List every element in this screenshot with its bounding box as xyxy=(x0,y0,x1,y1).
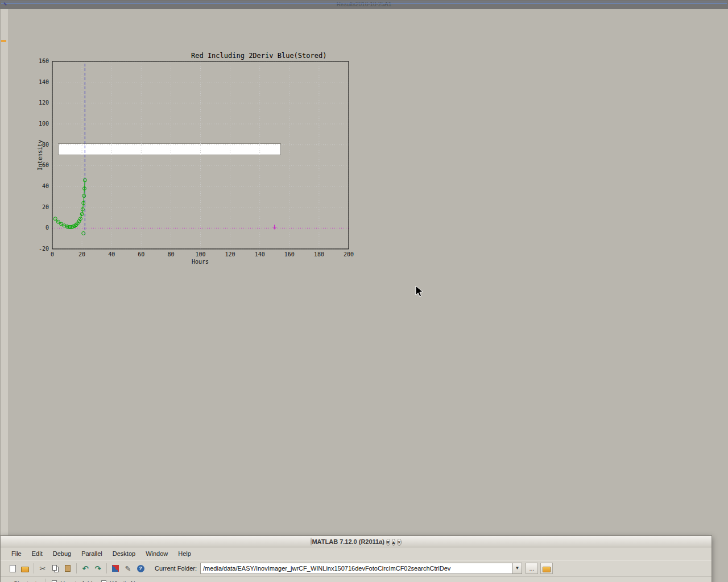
matlab-window: MATLAB 7.12.0 (R2011a) ▾ ▴ × FileEditDeb… xyxy=(0,535,712,582)
shortcut-whats-new[interactable]: What's New xyxy=(110,580,143,582)
close-button[interactable]: × xyxy=(397,539,401,546)
svg-text:60: 60 xyxy=(138,251,144,257)
main-toolbar: ? Current Folder: /media/data/EASY/InovI… xyxy=(1,560,712,577)
chevron-down-icon[interactable]: ▼ xyxy=(512,563,522,573)
shortcuts-label: Shortcuts xyxy=(14,580,40,582)
svg-text:140: 140 xyxy=(255,251,265,257)
undo-icon[interactable] xyxy=(79,562,92,575)
menubar: FileEditDebugParallelDesktopWindowHelp xyxy=(1,547,712,560)
simulink-icon[interactable] xyxy=(109,562,122,575)
svg-text:160: 160 xyxy=(39,58,49,64)
screen: Results2016-10-25A1 MATLAB 7.12.0 (R2011… xyxy=(0,0,728,582)
svg-text:0: 0 xyxy=(51,251,54,257)
menu-item[interactable]: Debug xyxy=(48,548,76,559)
minimize-button[interactable]: ▾ xyxy=(386,539,390,546)
guide-icon[interactable] xyxy=(122,562,134,575)
maximize-button[interactable]: ▴ xyxy=(392,539,396,546)
menu-item[interactable]: Parallel xyxy=(76,548,107,559)
svg-text:80: 80 xyxy=(167,251,174,257)
menu-item[interactable]: Edit xyxy=(27,548,48,559)
shortcuts-icon: » xyxy=(6,580,10,582)
matlab-titlebar[interactable]: MATLAB 7.12.0 (R2011a) ▾ ▴ × xyxy=(1,536,712,547)
copy-icon[interactable] xyxy=(49,562,61,575)
svg-text:140: 140 xyxy=(39,79,49,85)
svg-text:40: 40 xyxy=(42,183,49,189)
svg-text:120: 120 xyxy=(225,251,235,257)
figure-plot: -200204060801001201401600204060801001201… xyxy=(0,0,390,275)
y-axis-label: Intensity xyxy=(37,140,43,171)
svg-text:200: 200 xyxy=(344,251,354,257)
current-folder-label: Current Folder: xyxy=(155,565,197,572)
browse-folder-button[interactable]: ... xyxy=(526,563,538,574)
svg-text:20: 20 xyxy=(42,204,49,210)
new-script-icon[interactable] xyxy=(6,562,19,575)
menu-item[interactable]: File xyxy=(6,548,27,559)
mouse-cursor xyxy=(415,285,424,298)
menu-item[interactable]: Desktop xyxy=(107,548,140,559)
current-folder-path: /media/data/EASY/InovImager_jwrCF_WINLin… xyxy=(201,565,512,572)
matlab-window-title: MATLAB 7.12.0 (R2011a) xyxy=(312,538,384,545)
help-icon[interactable]: ? xyxy=(134,562,147,575)
svg-text:100: 100 xyxy=(39,120,49,127)
svg-text:160: 160 xyxy=(284,251,295,257)
redo-icon[interactable] xyxy=(92,562,104,575)
svg-text:120: 120 xyxy=(39,99,49,106)
menu-item[interactable]: Window xyxy=(140,548,173,559)
shortcuts-bar: » Shortcuts How to Add What's New xyxy=(1,577,712,582)
current-folder-path-combo[interactable]: /media/data/EASY/InovImager_jwrCF_WINLin… xyxy=(200,563,522,574)
svg-text:-20: -20 xyxy=(39,246,49,252)
open-folder-icon[interactable] xyxy=(19,562,31,575)
menu-item[interactable]: Help xyxy=(173,548,196,559)
shortcut-how-to-add[interactable]: How to Add xyxy=(60,580,92,582)
svg-text:20: 20 xyxy=(78,251,85,257)
x-axis-label: Hours xyxy=(192,259,209,265)
plot-title: Red Including 2Deriv Blue(Stored) xyxy=(191,52,326,60)
svg-text:40: 40 xyxy=(108,251,115,257)
svg-text:100: 100 xyxy=(195,251,205,257)
cut-icon[interactable] xyxy=(36,562,49,575)
svg-text:0: 0 xyxy=(46,225,49,231)
svg-text:180: 180 xyxy=(314,251,324,257)
up-folder-icon[interactable] xyxy=(540,563,553,574)
paste-icon[interactable] xyxy=(61,562,74,575)
